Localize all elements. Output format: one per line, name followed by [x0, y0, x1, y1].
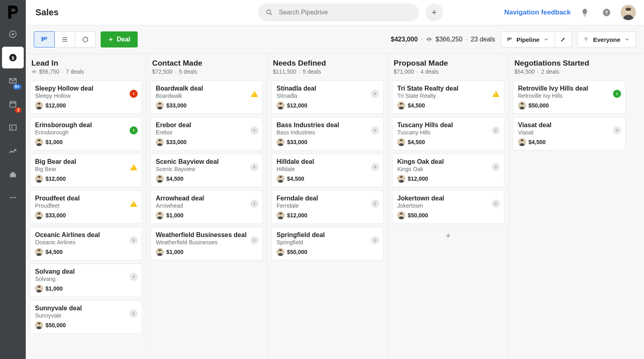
deal-org: Erinsborough [35, 129, 137, 136]
deal-value: $33,000 [166, 102, 187, 109]
kanban-view-button[interactable] [34, 31, 55, 47]
sidebar-item-activities[interactable]: 3 [2, 93, 24, 115]
owner-avatar [277, 138, 285, 146]
deal-card[interactable]: Erinsborough deal Erinsborough $1,000 [30, 117, 142, 151]
deal-status-icon [130, 126, 138, 134]
list-view-button[interactable] [54, 31, 75, 47]
deal-value: $50,000 [287, 249, 308, 255]
warning-icon [130, 164, 137, 170]
owner-avatar [35, 248, 43, 256]
deal-card[interactable]: Sleepy Hollow deal Sleepy Hollow $12,000 [30, 80, 142, 114]
deal-card[interactable]: Viasat deal Viasat $4,500 [513, 117, 625, 151]
deal-card[interactable]: Retroville Ivy Hills deal Retroville Ivy… [513, 80, 625, 114]
deal-card[interactable]: Big Bear deal Big Bear $12,000 [30, 154, 142, 187]
owner-filter[interactable]: Everyone [577, 31, 636, 47]
deal-title: Scenic Bayview deal [156, 158, 258, 165]
deal-value: $12,000 [408, 175, 428, 182]
deal-card[interactable]: Tuscany Hills deal Tuscany Hills $4,500 [392, 117, 504, 151]
deal-card[interactable]: Springfield deal Springfield $50,000 [271, 227, 384, 260]
deal-card[interactable]: Boardwalk deal Boardwalk $33,000 [151, 80, 263, 114]
deal-card[interactable]: Kings Oak deal Kings Oak $12,000 [392, 154, 504, 187]
deal-value: $33,000 [166, 139, 187, 145]
owner-avatar [156, 101, 164, 109]
navigation-feedback-link[interactable]: Navigation feedback [504, 8, 571, 17]
sidebar-item-deals[interactable]: $ [2, 47, 24, 68]
svg-point-7 [10, 197, 12, 198]
view-toggle [34, 31, 96, 47]
deal-value: $4,500 [166, 175, 184, 182]
deal-title: Tuscany Hills deal [397, 122, 499, 129]
deal-card[interactable]: Hilldale deal Hilldale $4,500 [271, 154, 384, 187]
deal-card[interactable]: Jokertown deal Jokertown $50,000 [392, 190, 504, 224]
search-input[interactable] [279, 9, 412, 16]
sidebar-item-contacts[interactable] [2, 117, 24, 138]
add-deal-label: Deal [117, 36, 130, 43]
add-deal-button[interactable]: Deal [101, 31, 138, 47]
deal-card[interactable]: Erebor deal Erebor $33,000 [151, 117, 263, 151]
deal-card[interactable]: Bass Industries deal Bass Industries $33… [271, 117, 384, 151]
quick-add-button[interactable]: + [425, 4, 443, 21]
deal-value: $1,000 [166, 212, 184, 219]
deal-card[interactable]: Proudfeet deal Proudfeet $33,000 [30, 190, 142, 224]
forecast-view-button[interactable] [75, 31, 96, 47]
deal-card[interactable]: Weatherfield Businesses deal Weatherfiel… [151, 227, 263, 260]
deal-card[interactable]: Sunnyvale deal Sunnyvale $50,000 [30, 300, 142, 334]
page-title: Sales [34, 7, 59, 18]
deal-org: Oceanic Airlines [35, 239, 137, 246]
sidebar-item-insights[interactable] [2, 140, 24, 162]
deal-status-icon [250, 163, 258, 171]
deal-status-icon [613, 126, 621, 134]
deal-card[interactable]: Ferndale deal Ferndale $12,000 [271, 190, 384, 224]
owner-avatar [397, 101, 405, 109]
deal-title: Viasat deal [518, 122, 620, 129]
deal-value: $50,000 [528, 102, 549, 109]
search-box[interactable] [258, 4, 419, 21]
deal-status-icon [492, 163, 500, 171]
tips-button[interactable] [577, 5, 592, 20]
summary-count: 23 deals [471, 36, 495, 43]
owner-avatar [397, 175, 405, 183]
deal-card[interactable]: Tri State Realty deal Tri State Realty $… [392, 80, 504, 114]
deal-org: Stínadla [277, 93, 378, 99]
deal-title: Erinsborough deal [35, 122, 137, 129]
deal-status-icon [371, 163, 379, 171]
deal-title: Sleepy Hollow deal [35, 85, 137, 92]
deal-card[interactable]: Oceanic Airlines deal Oceanic Airlines $… [30, 227, 142, 260]
user-avatar[interactable] [621, 5, 636, 20]
sidebar-item-mail[interactable]: 9+ [2, 70, 24, 92]
deal-value: $12,000 [45, 102, 66, 109]
deal-status-icon [130, 236, 138, 244]
deal-value: $33,000 [287, 139, 308, 145]
warning-icon [251, 91, 258, 97]
deal-title: Stínadla deal [277, 85, 378, 92]
sidebar-item-more[interactable] [2, 187, 24, 208]
owner-avatar [277, 211, 285, 219]
sidebar-item-products[interactable] [2, 163, 24, 185]
pipeline-label: Pipeline [516, 36, 540, 43]
deal-title: Hilldale deal [277, 158, 378, 165]
deal-title: Sunnyvale deal [35, 305, 137, 312]
deal-card[interactable]: Solvang deal Solvang $1,000 [30, 264, 142, 297]
pipeline-selector[interactable]: Pipeline [501, 31, 555, 47]
owner-avatar [397, 211, 405, 219]
deal-card[interactable]: Arrowhead deal Arrowhead $1,000 [151, 190, 263, 224]
pipeline-column: Needs Defined $111,500 · 5 deals Stínadl… [267, 54, 388, 359]
help-button[interactable]: ? [599, 5, 614, 20]
deal-org: Scenic Bayview [156, 166, 258, 172]
deal-org: Weatherfield Businesses [156, 239, 258, 246]
deal-org: Kings Oak [397, 166, 499, 172]
svg-rect-20 [508, 37, 509, 41]
sidebar-item-leads[interactable] [2, 23, 24, 45]
column-header: Proposal Made $71,000 · 4 deals [388, 54, 508, 78]
deal-card[interactable]: Stínadla deal Stínadla $12,000 [271, 80, 384, 114]
app-logo[interactable] [4, 3, 22, 22]
deal-status-icon [130, 163, 138, 171]
mail-badge: 9+ [13, 84, 21, 89]
deal-value: $4,500 [408, 102, 425, 109]
deal-card[interactable]: Scenic Bayview deal Scenic Bayview $4,50… [151, 154, 263, 187]
owner-avatar [35, 101, 43, 109]
edit-pipeline-button[interactable] [555, 31, 572, 47]
add-deal-placeholder[interactable]: + [392, 227, 504, 245]
deal-status-icon [492, 200, 500, 208]
svg-point-9 [14, 197, 16, 198]
